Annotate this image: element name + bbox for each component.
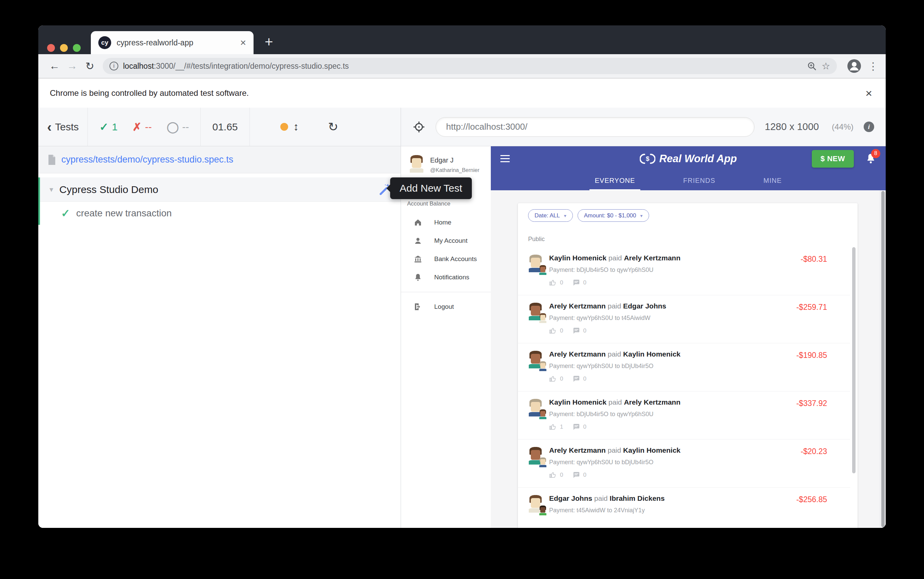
reporter-panel: cypress/tests/demo/cypress-studio.spec.t… (38, 146, 401, 528)
aut-url-input[interactable]: http://localhost:3000/ (436, 117, 755, 137)
like-icon[interactable] (549, 375, 557, 383)
amount-filter-chip[interactable]: Amount: $0 - $1,000 ▾ (578, 209, 649, 222)
comment-count: 0 (583, 472, 586, 478)
browser-menu-icon[interactable]: ⋮ (868, 60, 878, 72)
test-stats: ✓ 1 ✗ -- ◯ -- (88, 108, 201, 146)
app-sidebar: Edgar J @Katharina_Bernier Account Balan… (401, 146, 491, 528)
selector-playground-icon[interactable] (412, 121, 425, 133)
sidebar-item-my-account[interactable]: My Account (401, 232, 491, 250)
site-info-icon[interactable]: i (110, 62, 118, 70)
rerun-tests-icon[interactable]: ↻ (328, 120, 338, 134)
sidebar-item-notifications[interactable]: Notifications (401, 268, 491, 286)
comment-icon[interactable] (572, 279, 580, 286)
profile-avatar-icon[interactable] (847, 59, 861, 73)
comment-icon[interactable] (572, 327, 580, 335)
tab-friends[interactable]: FRIENDS (678, 171, 720, 190)
payer-name[interactable]: Edgar Johns (549, 494, 592, 502)
payer-name[interactable]: Arely Kertzmann (549, 350, 606, 358)
auto-scroll-indicator[interactable] (280, 123, 288, 131)
transaction-row[interactable]: Arely Kertzmann paid Kaylin Homenick Pay… (518, 440, 850, 487)
user-avatar (409, 155, 425, 173)
like-icon[interactable] (549, 471, 557, 479)
banner-close-icon[interactable]: × (865, 87, 874, 100)
transaction-amount: -$337.92 (796, 399, 827, 408)
notifications-bell[interactable]: 8 (865, 153, 876, 165)
payer-name[interactable]: Kaylin Homenick (549, 398, 606, 406)
stat-failed[interactable]: ✗ -- (133, 121, 152, 133)
sidebar-item-home[interactable]: Home (401, 213, 491, 232)
like-count: 0 (560, 376, 563, 382)
new-transaction-button[interactable]: $ NEW (812, 150, 854, 168)
address-bar[interactable]: i localhost:3000/__/#/tests/integration/… (103, 58, 837, 74)
suite-header[interactable]: ▾ Cypress Studio Demo (40, 177, 400, 202)
scroll-arrows-icon[interactable]: ↕ (294, 121, 299, 133)
comment-icon[interactable] (572, 423, 580, 431)
transaction-action: paid (594, 494, 610, 502)
payee-name[interactable]: Kaylin Homenick (623, 446, 680, 454)
payee-name[interactable]: Kaylin Homenick (623, 350, 680, 358)
like-icon[interactable] (549, 279, 557, 286)
minimize-window-button[interactable] (60, 44, 68, 52)
payer-name[interactable]: Kaylin Homenick (549, 254, 606, 262)
forward-icon[interactable]: → (63, 60, 81, 72)
chevron-down-icon: ▾ (640, 213, 643, 218)
payee-name[interactable]: Arely Kertzmann (624, 398, 681, 406)
sidebar-item-logout[interactable]: Logout (401, 298, 491, 316)
bookmark-star-icon[interactable]: ☆ (822, 61, 830, 72)
list-scrollbar-thumb[interactable] (852, 247, 855, 473)
payer-name[interactable]: Arely Kertzmann (549, 302, 606, 310)
transaction-list: Kaylin Homenick paid Arely Kertzmann Pay… (518, 247, 850, 528)
menu-hamburger-icon[interactable] (500, 155, 510, 162)
tab-everyone[interactable]: EVERYONE (589, 171, 641, 190)
browser-tab[interactable]: cy cypress-realworld-app × (91, 31, 254, 54)
runner-header: ‹ Tests ✓ 1 ✗ -- ◯ -- (38, 108, 886, 146)
transaction-row[interactable]: Kaylin Homenick paid Arely Kertzmann Pay… (518, 247, 850, 295)
spec-file-link[interactable]: cypress/tests/demo/cypress-studio.spec.t… (61, 154, 233, 165)
payee-name[interactable]: Ibrahim Dickens (610, 494, 665, 502)
like-icon[interactable] (549, 327, 557, 335)
app-logo[interactable]: $ Real World App (640, 153, 737, 165)
transaction-engagement: 0 0 (549, 327, 850, 335)
transaction-row[interactable]: Arely Kertzmann paid Kaylin Homenick Pay… (518, 343, 850, 391)
new-tab-button[interactable]: + (265, 35, 273, 49)
transaction-row[interactable]: Kaylin Homenick paid Arely Kertzmann Pay… (518, 391, 850, 440)
stat-passed[interactable]: ✓ 1 (99, 121, 118, 133)
chevron-down-icon: ▾ (564, 213, 566, 218)
collapse-caret-icon[interactable]: ▾ (49, 185, 53, 194)
viewport-info-icon[interactable]: i (864, 121, 874, 132)
date-filter-chip[interactable]: Date: ALL ▾ (528, 209, 573, 222)
payee-name[interactable]: Arely Kertzmann (624, 254, 681, 262)
close-window-button[interactable] (47, 44, 55, 52)
test-passed-check-icon: ✓ (61, 207, 70, 220)
transaction-avatar (527, 495, 544, 513)
comment-icon[interactable] (572, 471, 580, 479)
back-icon[interactable]: ← (46, 60, 63, 72)
like-icon[interactable] (549, 423, 557, 431)
back-to-tests-button[interactable]: ‹ Tests (38, 108, 88, 146)
zoom-window-button[interactable] (73, 44, 80, 52)
tab-title: cypress-realworld-app (117, 38, 235, 47)
comment-icon[interactable] (572, 375, 580, 383)
transaction-amount: -$190.85 (796, 351, 827, 360)
like-count: 0 (560, 472, 563, 478)
app-scrollbar-thumb[interactable] (881, 191, 885, 527)
transaction-row[interactable]: Edgar Johns paid Ibrahim Dickens Payment… (518, 487, 850, 528)
transaction-avatar (527, 255, 544, 272)
sidebar-item-bank-accounts[interactable]: Bank Accounts (401, 250, 491, 268)
test-row[interactable]: ✓ create new transaction (40, 202, 400, 225)
payee-name[interactable]: Edgar Johns (623, 302, 666, 310)
stat-pending[interactable]: ◯ -- (167, 121, 189, 133)
tab-mine[interactable]: MINE (758, 171, 787, 190)
zoom-page-icon[interactable] (807, 61, 817, 71)
app-scrollbar[interactable] (880, 190, 886, 528)
tab-close-icon[interactable]: × (240, 38, 246, 48)
reload-icon[interactable]: ↻ (81, 60, 98, 72)
payer-name[interactable]: Arely Kertzmann (549, 446, 606, 454)
svg-text:$: $ (646, 155, 650, 162)
runner-header-right: http://localhost:3000/ 1280 x 1000 (44%)… (401, 108, 886, 146)
sidebar-nav: Home My Account Bank Accounts Notif (401, 213, 491, 316)
transaction-row[interactable]: Arely Kertzmann paid Edgar Johns Payment… (518, 295, 850, 343)
transaction-detail: Payment: qywYp6hS0U to bDjUb4ir5O (549, 363, 850, 370)
runner-controls: ↕ ↻ (250, 108, 400, 146)
filter-chips: Date: ALL ▾ Amount: $0 - $1,000 ▾ (528, 209, 649, 222)
